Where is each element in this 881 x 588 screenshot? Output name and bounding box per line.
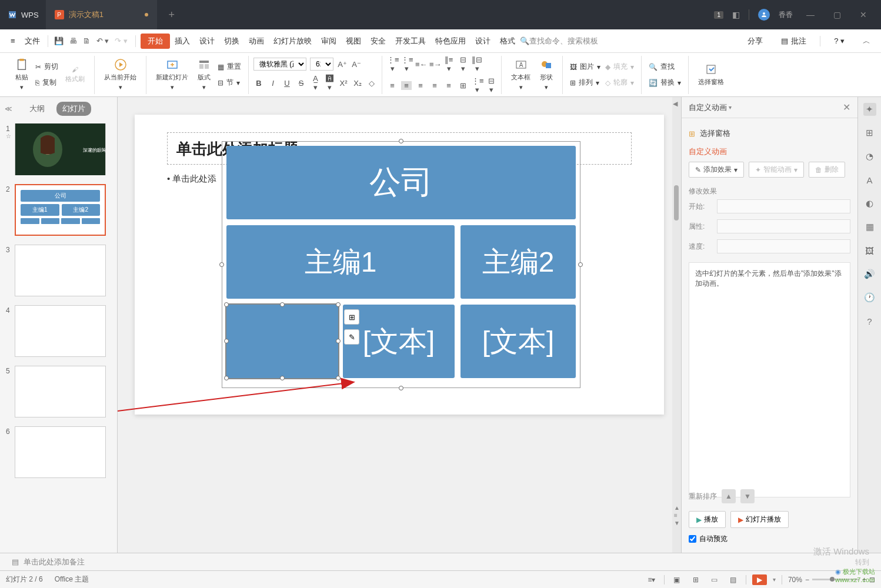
slide-nav-icon[interactable]: ≡ bbox=[674, 512, 680, 519]
tab-design[interactable]: 设计 bbox=[195, 33, 219, 49]
tab-special[interactable]: 特色应用 bbox=[431, 33, 470, 49]
arrange-button[interactable]: ⊞ 排列 ▾ bbox=[568, 76, 603, 89]
minimize-button[interactable]: — bbox=[802, 10, 819, 19]
bold-icon[interactable]: B bbox=[253, 79, 264, 88]
line-spacing-icon[interactable]: ‖≡ ▾ bbox=[443, 55, 454, 73]
cut-button[interactable]: ✂ 剪切 bbox=[33, 61, 61, 73]
outline-tab[interactable]: 大纲 bbox=[24, 102, 51, 116]
from-current-button[interactable]: 从当前开始 ▾ bbox=[99, 58, 141, 91]
thumb-row[interactable]: 6 bbox=[6, 426, 111, 478]
sidebar-audio-icon[interactable]: 🔊 bbox=[863, 268, 876, 280]
slide-thumb-6[interactable] bbox=[15, 426, 106, 478]
slides-tab[interactable]: 幻灯片 bbox=[56, 102, 91, 116]
reading-view-icon[interactable]: ▭ bbox=[708, 574, 721, 585]
help-button[interactable]: ? ▾ bbox=[829, 34, 849, 48]
align-text-icon[interactable]: ‖⊟ ▾ bbox=[472, 55, 482, 73]
normal-view-icon[interactable]: ▣ bbox=[670, 574, 683, 585]
superscript-icon[interactable]: X² bbox=[338, 79, 349, 88]
speed-select[interactable] bbox=[717, 239, 850, 253]
vertical-scrollbar[interactable] bbox=[672, 97, 681, 553]
org-editor2-box[interactable]: 主编2 bbox=[460, 225, 576, 299]
org-text-box-selected[interactable] bbox=[226, 305, 338, 378]
tab-transition[interactable]: 切换 bbox=[219, 33, 244, 49]
columns-icon[interactable]: ⊞ bbox=[458, 81, 468, 90]
tab-format[interactable]: 格式 bbox=[495, 33, 520, 49]
highlight-icon[interactable]: 🅰 ▾ bbox=[324, 74, 335, 92]
resize-handle[interactable] bbox=[399, 139, 403, 143]
print-preview-icon[interactable]: 🗎 bbox=[80, 35, 94, 47]
thumb-row[interactable]: 1☆ 深邃的眼眸 bbox=[6, 123, 111, 175]
play-button[interactable]: ▶播放 bbox=[689, 511, 726, 528]
slide-canvas[interactable]: 单击此处添加标题 • 单击此处添 公司 主编1 主编2 bbox=[135, 115, 664, 415]
sidebar-layout-icon[interactable]: ▦ bbox=[863, 220, 876, 233]
close-pane-icon[interactable]: ✕ bbox=[843, 102, 850, 113]
paragraph-icon[interactable]: ⋮≡ ▾ bbox=[472, 76, 482, 94]
comment-view-icon[interactable]: ▤ bbox=[727, 574, 740, 585]
align-center-icon[interactable]: ≡ bbox=[401, 81, 412, 90]
notes-bar[interactable]: ▤ 单击此处添加备注 bbox=[0, 553, 881, 570]
textbox-button[interactable]: A 文本框 ▾ bbox=[506, 58, 535, 91]
tab-review[interactable]: 审阅 bbox=[316, 33, 341, 49]
app-logo[interactable]: WPS bbox=[0, 0, 46, 29]
copy-button[interactable]: ⎘ 复制 bbox=[33, 76, 61, 89]
resize-handle[interactable] bbox=[578, 262, 583, 267]
select-pane-button[interactable]: 选择窗格 bbox=[693, 63, 729, 86]
tab-security[interactable]: 安全 bbox=[366, 33, 391, 49]
maximize-button[interactable]: ▢ bbox=[828, 10, 846, 19]
prev-slide-icon[interactable]: ▲ bbox=[674, 505, 680, 511]
zoom-level[interactable]: 70% bbox=[788, 576, 802, 584]
shape-button[interactable]: 形状 ▾ bbox=[535, 58, 558, 91]
slideshow-button[interactable]: ▶幻灯片播放 bbox=[730, 511, 789, 528]
resize-handle[interactable] bbox=[224, 339, 229, 343]
move-up-icon[interactable]: ▲ bbox=[722, 489, 736, 503]
decrease-indent-icon[interactable]: ≡← bbox=[415, 60, 426, 69]
thumb-row[interactable]: 3 bbox=[6, 245, 111, 296]
tab-animation[interactable]: 动画 bbox=[244, 33, 269, 49]
sidebar-help-icon[interactable]: ? bbox=[863, 315, 876, 328]
sorter-view-icon[interactable]: ⊞ bbox=[689, 574, 702, 585]
sidebar-shape-icon[interactable]: ◔ bbox=[863, 150, 876, 163]
share-button[interactable]: 分享 bbox=[743, 33, 767, 49]
save-icon[interactable]: 💾 bbox=[51, 35, 66, 47]
slide-thumb-1[interactable]: 深邃的眼眸 bbox=[15, 123, 106, 175]
smartart-object[interactable]: 公司 主编1 主编2 [文本] [文本] ⊞ ✎ bbox=[222, 141, 580, 388]
thumbnails-list[interactable]: 1☆ 深邃的眼眸 2 公司 主编1 主编2 bbox=[0, 121, 117, 553]
underline-icon[interactable]: U bbox=[282, 79, 292, 88]
slide-thumb-4[interactable] bbox=[15, 305, 106, 357]
smartart-edit-icon[interactable]: ✎ bbox=[344, 329, 359, 345]
skin-icon[interactable]: ◧ bbox=[732, 10, 740, 19]
resize-handle[interactable] bbox=[336, 376, 341, 380]
sidebar-transition-icon[interactable]: ⊞ bbox=[863, 126, 876, 139]
undo-icon[interactable]: ↶ ▾ bbox=[94, 35, 112, 47]
tab-view[interactable]: 视图 bbox=[341, 33, 366, 49]
resize-handle[interactable] bbox=[336, 339, 341, 343]
pane-collapse-icon[interactable]: ◀ bbox=[673, 100, 678, 108]
slide-thumb-3[interactable] bbox=[15, 245, 106, 296]
sidebar-history-icon[interactable]: 🕐 bbox=[863, 291, 876, 304]
user-name[interactable]: 香香 bbox=[779, 10, 793, 20]
notes-view-icon[interactable]: ≡▾ bbox=[645, 574, 658, 585]
property-select[interactable] bbox=[717, 219, 850, 233]
resize-handle[interactable] bbox=[224, 302, 229, 307]
org-text-box[interactable]: [文本] bbox=[343, 305, 455, 378]
subscript-icon[interactable]: X₂ bbox=[352, 79, 363, 88]
redo-icon[interactable]: ↷ ▾ bbox=[112, 35, 131, 47]
auto-preview-checkbox[interactable] bbox=[689, 535, 696, 543]
section-button[interactable]: ⊟ 节 ▾ bbox=[215, 76, 243, 89]
sidebar-text-icon[interactable]: A bbox=[863, 173, 876, 186]
decrease-font-icon[interactable]: A⁻ bbox=[351, 60, 362, 69]
user-avatar[interactable] bbox=[758, 9, 770, 21]
increase-font-icon[interactable]: A⁺ bbox=[337, 60, 348, 69]
select-pane-link[interactable]: ⊞ 选择窗格 bbox=[689, 125, 850, 142]
close-button[interactable]: ✕ bbox=[855, 10, 872, 19]
font-name-select[interactable]: 微软雅黑 (正文 bbox=[253, 58, 306, 71]
notification-badge[interactable]: 1 bbox=[714, 11, 723, 19]
resize-handle[interactable] bbox=[399, 386, 403, 390]
tab-developer[interactable]: 开发工具 bbox=[391, 33, 431, 49]
collapse-panel-icon[interactable]: ≪ bbox=[5, 105, 12, 113]
org-text-box[interactable]: [文本] bbox=[460, 305, 576, 378]
new-slide-button[interactable]: 新建幻灯片 ▾ bbox=[151, 58, 193, 91]
print-icon[interactable]: 🖶 bbox=[66, 35, 80, 47]
command-search[interactable]: 🔍 查找命令、搜索模板 bbox=[520, 36, 598, 46]
picture-button[interactable]: 🖼 图片 ▾ bbox=[568, 61, 603, 73]
